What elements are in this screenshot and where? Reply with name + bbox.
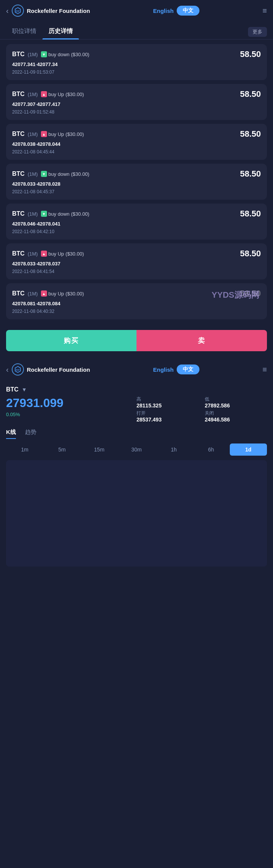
market-row: 27931.099 0.05% 高 28115.325 低 27892.586 … <box>6 396 267 423</box>
low-label: 低 27892.586 <box>205 396 267 409</box>
coin-name: BTC <box>12 170 25 177</box>
card-top: BTC (1M) ▲ buy Up ($30.00) 58.50 <box>12 129 261 139</box>
direction-badge: ▲ buy Up ($30.00) <box>41 290 84 297</box>
time-tab-1m[interactable]: 1m <box>6 443 43 456</box>
brand-name-2: Rockefeller Foundation <box>27 366 90 373</box>
open-label: 打开 28537.493 <box>136 410 199 423</box>
tab-position[interactable]: 职位详情 <box>6 24 42 39</box>
price-change: 0.05% <box>6 412 136 417</box>
amount-text: ($30.00) <box>71 171 89 177</box>
result-price: 58.50 <box>240 89 261 99</box>
time-tab-5m[interactable]: 5m <box>43 443 80 456</box>
coin-name: BTC <box>12 210 25 217</box>
coin-name: BTC <box>12 91 25 98</box>
card-top: BTC (1M) ▲ buy Up ($30.00) 58.50 <box>12 89 261 99</box>
more-button[interactable]: 更多 <box>248 27 267 37</box>
trade-card: BTC (1M) ▼ buy down ($30.00) 58.50 42078… <box>6 204 267 240</box>
sell-button[interactable]: 卖 <box>136 330 267 351</box>
timeframe: (1M) <box>28 211 38 217</box>
trade-card: BTC (1M) ▼ buy down ($30.00) 58.50 42077… <box>6 44 267 80</box>
price-range: 42078.038-42078.044 <box>12 141 261 147</box>
direction-badge: ▼ buy down ($30.00) <box>41 51 89 57</box>
timeframe: (1M) <box>28 291 38 297</box>
tab-kline[interactable]: K线 <box>6 429 16 439</box>
chart-canvas <box>6 460 267 567</box>
result-price: 58.50 <box>240 249 261 259</box>
logo-icon: RF <box>12 5 24 17</box>
time-tab-15m[interactable]: 15m <box>81 443 118 456</box>
lang-en-button-1[interactable]: English <box>153 8 174 14</box>
direction-badge: ▲ buy Up ($30.00) <box>41 251 84 257</box>
down-icon: ▼ <box>41 51 47 57</box>
price-range: 42077.307-42077.417 <box>12 101 261 107</box>
header-left-2: ‹ RF Rockefeller Foundation <box>6 363 90 376</box>
direction-badge: ▼ buy down ($30.00) <box>41 171 89 177</box>
amount-text: ($30.00) <box>71 211 89 217</box>
open-value: 28537.493 <box>136 417 199 423</box>
direction-text: buy Up <box>49 291 64 297</box>
datetime: 2022-11-08 04:45:44 <box>12 149 261 155</box>
up-icon: ▲ <box>41 251 47 257</box>
amount-text: ($30.00) <box>66 251 84 257</box>
market-info: BTC ▼ 27931.099 0.05% 高 28115.325 低 2789… <box>0 380 273 426</box>
timeframe: (1M) <box>28 251 38 257</box>
svg-rect-4 <box>6 460 267 567</box>
buy-button[interactable]: 购买 <box>6 330 136 351</box>
price-range: 42078.046-42078.041 <box>12 221 261 227</box>
coin-name: BTC <box>12 290 25 297</box>
market-stats: 高 28115.325 低 27892.586 打开 28537.493 关闭 … <box>136 396 267 423</box>
timeframe: (1M) <box>28 131 38 137</box>
menu-button-2[interactable]: ≡ <box>262 365 267 374</box>
back-button[interactable]: ‹ <box>6 6 9 15</box>
back-button-2[interactable]: ‹ <box>6 365 9 374</box>
tabs-bar: 职位详情 历史详情 更多 <box>0 21 273 39</box>
lang-zh-button-2[interactable]: 中文 <box>177 365 199 374</box>
direction-text: buy Up <box>49 92 64 97</box>
direction-badge: ▼ buy down ($30.00) <box>41 211 89 217</box>
time-tab-6h[interactable]: 6h <box>192 443 229 456</box>
amount-text: ($30.00) <box>66 92 84 97</box>
direction-text: buy Up <box>49 131 64 137</box>
datetime: 2022-11-08 04:41:54 <box>12 269 261 274</box>
direction-badge: ▲ buy Up ($30.00) <box>41 91 84 97</box>
result-price: 58.50 <box>240 49 261 59</box>
amount-text: ($30.00) <box>66 291 84 297</box>
close-value: 24946.586 <box>205 417 267 423</box>
up-icon: ▲ <box>41 91 47 97</box>
direction-text: buy down <box>49 211 70 217</box>
datetime: 2022-11-09 01:52:48 <box>12 109 261 115</box>
time-tab-30m[interactable]: 30m <box>118 443 155 456</box>
lang-en-button-2[interactable]: English <box>153 366 174 373</box>
lang-group-2: English 中文 <box>153 365 199 374</box>
card-left: BTC (1M) ▼ buy down ($30.00) <box>12 210 89 217</box>
time-tab-1d[interactable]: 1d <box>230 443 267 456</box>
logo-icon-2: RF <box>12 363 24 376</box>
card-top: BTC (1M) ▼ buy down ($30.00) 58.50 <box>12 169 261 179</box>
menu-button-1[interactable]: ≡ <box>262 6 267 15</box>
tab-history[interactable]: 历史详情 <box>42 24 79 39</box>
timeframe: (1M) <box>28 52 38 57</box>
direction-text: buy Up <box>49 251 64 257</box>
trade-card: BTC (1M) ▲ buy Up ($30.00) 58.50 42077.3… <box>6 84 267 120</box>
trade-card: YYDS源码网 BTC (1M) ▲ buy Up ($30.00) 58.50… <box>6 283 267 319</box>
trade-card: BTC (1M) ▲ buy Up ($30.00) 58.50 42078.0… <box>6 124 267 160</box>
datetime: 2022-11-08 04:42:10 <box>12 229 261 234</box>
coin-name: BTC <box>12 131 25 137</box>
down-icon: ▼ <box>41 211 47 217</box>
trade-card: BTC (1M) ▲ buy Up ($30.00) 58.50 42078.0… <box>6 243 267 279</box>
result-price: 58.50 <box>240 289 261 298</box>
selected-coin: BTC <box>6 386 19 393</box>
lang-zh-button-1[interactable]: 中文 <box>177 6 199 16</box>
brand-name: Rockefeller Foundation <box>27 8 90 14</box>
coin-selector[interactable]: BTC ▼ <box>6 386 267 393</box>
card-top: BTC (1M) ▼ buy down ($30.00) 58.50 <box>12 49 261 59</box>
card-left: BTC (1M) ▲ buy Up ($30.00) <box>12 290 84 297</box>
close-label: 关闭 24946.586 <box>205 410 267 423</box>
tab-trend[interactable]: 趋势 <box>25 429 36 439</box>
down-icon: ▼ <box>41 171 47 177</box>
card-top: BTC (1M) ▲ buy Up ($30.00) 58.50 <box>12 249 261 259</box>
datetime: 2022-11-08 04:40:32 <box>12 309 261 314</box>
direction-text: buy down <box>49 52 70 57</box>
card-top: BTC (1M) ▲ buy Up ($30.00) 58.50 <box>12 289 261 298</box>
time-tab-1h[interactable]: 1h <box>155 443 192 456</box>
